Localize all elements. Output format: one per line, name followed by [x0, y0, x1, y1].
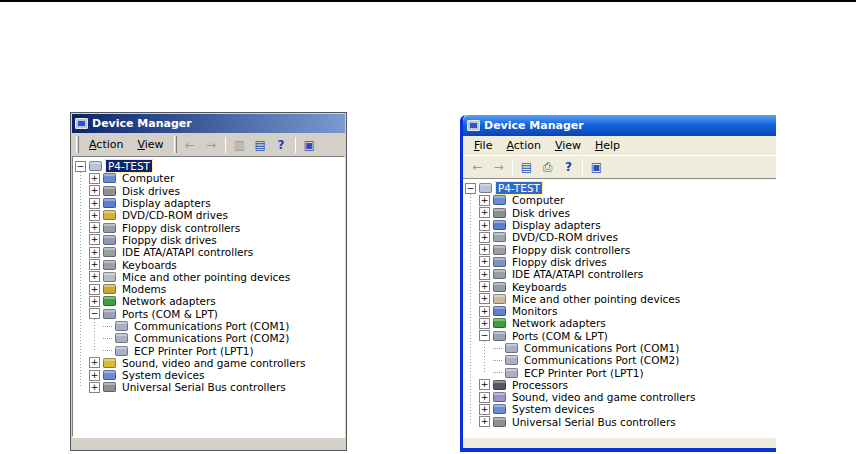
tree-item-label[interactable]: Communications Port (COM1) — [522, 342, 681, 354]
tree-item[interactable]: +Mice and other pointing devices — [463, 293, 776, 305]
expand-box[interactable]: + — [89, 185, 100, 196]
tree-item-label[interactable]: Ports (COM & LPT) — [510, 330, 610, 342]
tree-item[interactable]: +Floppy disk drives — [463, 256, 776, 268]
tree-item[interactable]: +Network adapters — [73, 295, 344, 307]
tree-item-label[interactable]: Disk drives — [510, 207, 572, 219]
tree-item-label[interactable]: System devices — [510, 403, 596, 415]
menu-file[interactable]: File — [467, 137, 499, 154]
console-tree-icon[interactable]: ▤ — [516, 158, 537, 176]
tree-item-label[interactable]: Network adapters — [510, 317, 608, 329]
tree-item-label[interactable]: Disk drives — [120, 185, 182, 197]
tree-item[interactable]: +System devices — [463, 403, 776, 415]
tree-item-label[interactable]: DVD/CD-ROM drives — [510, 231, 620, 243]
expand-box[interactable]: + — [479, 195, 490, 206]
expand-box[interactable]: + — [479, 220, 490, 231]
tree-item[interactable]: +Sound, video and game controllers — [73, 357, 344, 369]
tree-item[interactable]: Communications Port (COM2) — [463, 354, 776, 366]
tree-item[interactable]: +Computer — [463, 194, 776, 206]
tree-item[interactable]: Communications Port (COM2) — [73, 332, 344, 344]
expand-box[interactable]: + — [479, 306, 490, 317]
expand-box[interactable]: + — [89, 271, 100, 282]
tree-item-label[interactable]: Modems — [120, 283, 168, 295]
expand-box[interactable]: + — [479, 281, 490, 292]
tree-item[interactable]: +Universal Serial Bus controllers — [463, 416, 776, 428]
tree-item-label[interactable]: Universal Serial Bus controllers — [120, 381, 288, 393]
expand-box[interactable]: + — [89, 198, 100, 209]
tree-item-label[interactable]: System devices — [120, 369, 206, 381]
tree-item[interactable]: +Network adapters — [463, 317, 776, 329]
menu-help[interactable]: Help — [588, 137, 627, 154]
tree-item-label[interactable]: DVD/CD-ROM drives — [120, 209, 230, 221]
tree-item-label[interactable]: Communications Port (COM2) — [132, 332, 291, 344]
tree-item[interactable]: +Disk drives — [73, 185, 344, 197]
expand-box[interactable]: + — [479, 244, 490, 255]
tree-item[interactable]: +System devices — [73, 369, 344, 381]
device-manager-icon[interactable]: ▣ — [299, 136, 320, 154]
tree-item-label[interactable]: Processors — [510, 379, 570, 391]
expand-box[interactable]: + — [89, 296, 100, 307]
expand-box[interactable]: + — [89, 370, 100, 381]
tree-item-label[interactable]: Communications Port (COM1) — [132, 320, 291, 332]
collapse-box[interactable]: − — [465, 183, 476, 194]
tree-item[interactable]: −Ports (COM & LPT) — [463, 330, 776, 342]
tree-item-label[interactable]: Keyboards — [510, 281, 569, 293]
tree-item-label[interactable]: ECP Printer Port (LPT1) — [132, 345, 256, 357]
help-icon[interactable]: ? — [271, 136, 292, 154]
title-bar[interactable]: Device Manager — [463, 115, 776, 136]
expand-box[interactable]: + — [89, 284, 100, 295]
tree-item-label[interactable]: Floppy disk controllers — [510, 244, 632, 256]
rebar-grip[interactable] — [174, 136, 177, 153]
menu-action[interactable]: Action — [82, 136, 130, 153]
menu-action[interactable]: Action — [499, 137, 547, 154]
tree-item-label[interactable]: Mice and other pointing devices — [510, 293, 682, 305]
tree-item-label[interactable]: Universal Serial Bus controllers — [510, 416, 678, 428]
tree-item[interactable]: +Display adapters — [73, 197, 344, 209]
menu-view[interactable]: View — [130, 136, 170, 153]
tree-item[interactable]: +Modems — [73, 283, 344, 295]
expand-box[interactable]: + — [479, 416, 490, 427]
forward-icon[interactable]: → — [201, 136, 222, 154]
tree-item[interactable]: +Keyboards — [463, 280, 776, 292]
back-icon[interactable]: ← — [180, 136, 201, 154]
tree-item[interactable]: +IDE ATA/ATAPI controllers — [463, 268, 776, 280]
tree-item[interactable]: +IDE ATA/ATAPI controllers — [73, 246, 344, 258]
tree-item-label[interactable]: Sound, video and game controllers — [510, 391, 698, 403]
tree-item[interactable]: ECP Printer Port (LPT1) — [463, 366, 776, 378]
tree-item-label[interactable]: IDE ATA/ATAPI controllers — [510, 268, 645, 280]
expand-box[interactable]: + — [479, 318, 490, 329]
tree-item-label[interactable]: Floppy disk controllers — [120, 222, 242, 234]
expand-box[interactable]: + — [89, 222, 100, 233]
expand-box[interactable]: + — [89, 357, 100, 368]
tree-item[interactable]: +Sound, video and game controllers — [463, 391, 776, 403]
tree-item[interactable]: Communications Port (COM1) — [463, 342, 776, 354]
tree-item-label[interactable]: P4-TEST — [106, 160, 152, 172]
tree-item[interactable]: +Computer — [73, 172, 344, 184]
tree-item[interactable]: +Processors — [463, 379, 776, 391]
tree-item-label[interactable]: Communications Port (COM2) — [522, 354, 681, 366]
expand-box[interactable]: + — [89, 382, 100, 393]
expand-box[interactable]: + — [89, 234, 100, 245]
print-icon[interactable]: ⎙ — [537, 158, 558, 176]
collapse-box[interactable]: − — [89, 308, 100, 319]
expand-box[interactable]: + — [479, 232, 490, 243]
tree-item[interactable]: +DVD/CD-ROM drives — [463, 231, 776, 243]
tree-item[interactable]: +Floppy disk controllers — [463, 243, 776, 255]
collapse-box[interactable]: − — [479, 330, 490, 341]
tree-item-label[interactable]: Mice and other pointing devices — [120, 271, 292, 283]
console-tree-icon[interactable]: ▤ — [250, 136, 271, 154]
tree-item[interactable]: +Floppy disk controllers — [73, 221, 344, 233]
tree-item[interactable]: −P4-TEST — [73, 160, 344, 172]
title-bar[interactable]: Device Manager — [72, 114, 345, 133]
expand-box[interactable]: + — [89, 247, 100, 258]
tree-item[interactable]: +Mice and other pointing devices — [73, 271, 344, 283]
expand-box[interactable]: + — [479, 379, 490, 390]
tree-item-label[interactable]: Floppy disk drives — [510, 256, 609, 268]
tree-item-label[interactable]: Computer — [120, 172, 176, 184]
forward-icon[interactable]: → — [488, 158, 509, 176]
expand-box[interactable]: + — [89, 173, 100, 184]
tree-item-label[interactable]: Sound, video and game controllers — [120, 357, 308, 369]
rebar-grip[interactable] — [76, 136, 79, 153]
tree-item[interactable]: ECP Printer Port (LPT1) — [73, 344, 344, 356]
tree-item[interactable]: +Universal Serial Bus controllers — [73, 381, 344, 393]
help-icon[interactable]: ? — [558, 158, 579, 176]
